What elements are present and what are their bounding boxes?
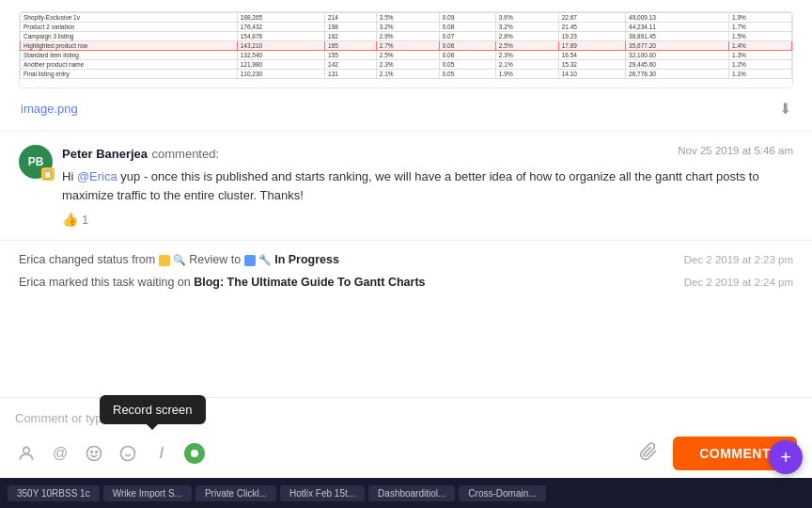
commenter-name: Peter Banerjea <box>62 147 148 161</box>
like-area: 👍 1 <box>62 212 793 227</box>
image-section: Shopify-Exclusive 1v188,2652143.5%0.093.… <box>0 0 812 132</box>
comment-header: Peter Banerjea commented: Nov 25 2019 at… <box>62 145 793 162</box>
avatar-initials: PB <box>28 155 44 168</box>
avatar: PB 📋 <box>19 145 53 179</box>
avatar-badge: 📋 <box>41 167 55 181</box>
comment-text-before: Hi <box>62 169 77 183</box>
comment-timestamp: Nov 25 2019 at 5:46 am <box>678 145 793 156</box>
svg-point-4 <box>121 447 135 461</box>
comment-text: Hi @Erica yup - once this is published a… <box>62 167 793 204</box>
svg-point-3 <box>96 452 98 453</box>
comment-mention[interactable]: @Erica <box>77 169 117 183</box>
record-dot <box>191 450 198 457</box>
activity-item-2: Erica marked this task waiting on Blog: … <box>19 271 793 294</box>
activity-to-word: to <box>231 253 244 266</box>
emoji-happy-icon[interactable] <box>117 442 139 465</box>
download-icon[interactable]: ⬇ <box>779 100 791 118</box>
attachment-icon[interactable] <box>639 442 658 466</box>
taskbar-item-2[interactable]: Private Clickl... <box>195 485 276 501</box>
like-icon[interactable]: 👍 <box>62 212 78 227</box>
image-preview: Shopify-Exclusive 1v188,2652143.5%0.093.… <box>19 11 793 88</box>
image-filename[interactable]: image.png <box>21 102 78 116</box>
search-icon-1: 🔍 <box>173 254 189 265</box>
person-icon[interactable] <box>15 442 38 465</box>
activity-time-2: Dec 2 2019 at 2:24 pm <box>684 277 793 288</box>
record-screen-button[interactable]: Record screen <box>184 443 205 464</box>
commented-label: commented: <box>152 147 220 161</box>
comment-meta: Peter Banerjea commented: <box>62 145 219 162</box>
like-count: 1 <box>82 213 88 227</box>
comment-section: PB 📋 Peter Banerjea commented: Nov 25 20… <box>0 132 812 241</box>
at-mention-icon[interactable]: @ <box>49 442 71 465</box>
tool-icon: 🔧 <box>258 254 274 265</box>
activity-item-1: Erica changed status from 🔍 Review to 🔧 … <box>19 248 793 271</box>
slash-command-icon[interactable]: / <box>150 442 173 465</box>
image-footer: image.png ⬇ <box>19 96 793 118</box>
activity-text-2: Erica marked this task waiting on <box>19 276 194 289</box>
emoji-smile-icon[interactable] <box>83 442 105 465</box>
comment-input-area: Comment or type '/' for commands @ <box>0 397 812 478</box>
task-link[interactable]: Blog: The Ultimate Guide To Gantt Charts <box>194 276 425 289</box>
toolbar-icons: @ / Record screen <box>15 442 205 465</box>
status-review-label: Review <box>189 253 227 266</box>
in-progress-label: In Progress <box>274 253 339 266</box>
comment-toolbar: @ / Record screen <box>15 433 797 470</box>
status-blue-badge <box>244 255 256 266</box>
fab-button[interactable]: + <box>769 440 803 474</box>
taskbar-item-1[interactable]: Wrike Import S... <box>103 485 192 501</box>
taskbar-item-3[interactable]: Hotlix Feb 15t... <box>280 485 365 501</box>
taskbar-item-5[interactable]: Cross-Domain... <box>459 485 545 501</box>
taskbar-item-0[interactable]: 350Y 10RBSS 1c <box>8 485 100 501</box>
activity-item-2-text: Erica marked this task waiting on Blog: … <box>19 276 426 289</box>
main-container: Shopify-Exclusive 1v188,2652143.5%0.093.… <box>0 0 812 508</box>
taskbar-item-4[interactable]: Dashboarditiol... <box>368 485 455 501</box>
svg-point-2 <box>91 452 93 453</box>
activity-text-1: Erica changed status from <box>19 253 159 266</box>
svg-point-0 <box>23 447 30 453</box>
svg-point-1 <box>87 447 102 461</box>
spreadsheet-mock: Shopify-Exclusive 1v188,2652143.5%0.093.… <box>20 12 792 87</box>
activity-item-1-text: Erica changed status from 🔍 Review to 🔧 … <box>19 253 339 266</box>
record-screen-tooltip: Record screen <box>100 395 206 424</box>
comment-text-after: yup - once this is published and starts … <box>62 169 759 202</box>
status-yellow-badge <box>159 255 170 266</box>
record-circle[interactable] <box>184 443 205 464</box>
taskbar: 350Y 10RBSS 1c Wrike Import S... Private… <box>0 478 812 508</box>
activity-log: Erica changed status from 🔍 Review to 🔧 … <box>0 241 812 301</box>
comment-body: Peter Banerjea commented: Nov 25 2019 at… <box>62 145 793 227</box>
activity-time-1: Dec 2 2019 at 2:23 pm <box>684 254 793 265</box>
